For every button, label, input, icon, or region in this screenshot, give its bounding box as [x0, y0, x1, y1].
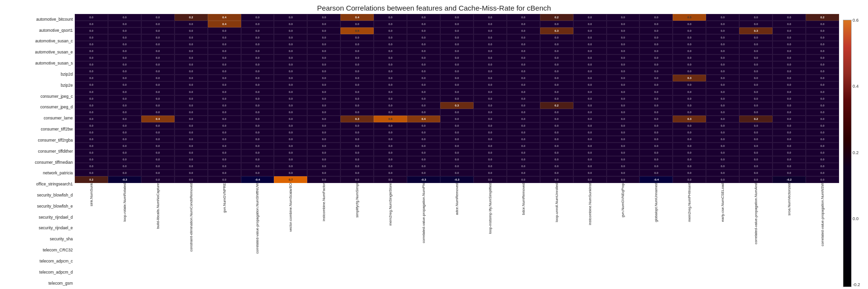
heatmap-cell: 0.0 [639, 156, 673, 163]
heatmap-row: 0.00.00.00.00.00.00.00.00.00.00.00.00.00… [75, 95, 839, 102]
heatmap-cell: 0.0 [374, 143, 407, 149]
heatmap-cell: 0.0 [274, 54, 307, 61]
heatmap-cell: 0.0 [141, 27, 175, 34]
heatmap-cell: 0.0 [474, 27, 507, 34]
x-label: correlated-value-propagation.NumPhi [421, 183, 426, 243]
heatmap-cell: 0.0 [241, 48, 274, 54]
heatmap-cell: 0.0 [673, 95, 706, 102]
heatmap-cell: 0.0 [141, 14, 175, 21]
heatmap-cell: 0.0 [407, 136, 440, 143]
heatmap-cell: 0.0 [208, 89, 241, 95]
heatmap-cell: 0.0 [274, 34, 307, 41]
heatmap-cell: 0.0 [773, 41, 806, 48]
y-label: bzip2d [3, 72, 73, 77]
heatmap-cell: 0.0 [607, 75, 640, 81]
heatmap-cell: 0.0 [474, 68, 507, 75]
heatmap-cell: 0.0 [639, 143, 673, 149]
y-label: consumer_tiff2rgba [3, 138, 73, 143]
heatmap-cell: 0.0 [175, 27, 208, 34]
heatmap-cell: 0.0 [540, 170, 573, 176]
y-label: consumer_jpeg_c [3, 94, 73, 99]
heatmap-cell: 0.0 [573, 116, 607, 122]
heatmap-cell: 0.0 [507, 116, 540, 122]
heatmap-cell: 0.0 [706, 176, 739, 183]
heatmap-cell: 0.0 [241, 41, 274, 48]
heatmap-grid: 0.00.00.00.20.40.00.00.00.40.00.00.00.00… [75, 14, 839, 183]
y-label: consumer_jpeg_d [3, 105, 73, 109]
heatmap-cell: 0.0 [639, 129, 673, 136]
heatmap-cell: 0.0 [307, 54, 340, 61]
heatmap-cell: 0.2 [739, 116, 773, 122]
heatmap-cell: 0.0 [175, 102, 208, 109]
heatmap-cell: 0.0 [540, 116, 573, 122]
heatmap-cell: 0.0 [607, 102, 640, 109]
heatmap-cell: 0.0 [639, 14, 673, 21]
x-label: sink.NumSunk [89, 183, 94, 206]
y-label: telecom_adpcm_d [3, 270, 73, 275]
heatmap-cell: 0.0 [639, 109, 673, 116]
y-label: consumer_lame [3, 116, 73, 120]
heatmap-cell: 0.0 [108, 109, 141, 116]
heatmap-cell: 0.0 [374, 102, 407, 109]
heatmap-cell: 0.0 [806, 149, 839, 156]
y-label: telecom_adpcm_c [3, 259, 73, 263]
heatmap-cell: 0.0 [440, 149, 474, 156]
heatmap-cell: 0.0 [175, 34, 208, 41]
heatmap-cell: 0.0 [507, 170, 540, 176]
heatmap-cell: 0.0 [739, 122, 773, 129]
heatmap-cell: 0.0 [806, 156, 839, 163]
heatmap-cell: 0.0 [108, 102, 141, 109]
heatmap-cell: 0.0 [440, 89, 474, 95]
heatmap-cell: 0.0 [108, 14, 141, 21]
heatmap-cell: 0.0 [108, 170, 141, 176]
heatmap-cell: 0.4 [208, 21, 241, 27]
heatmap-cell: 0.0 [340, 109, 374, 116]
heatmap-cell: 0.0 [374, 41, 407, 48]
heatmap-cell: 0.0 [175, 143, 208, 149]
heatmap-cell: 0.0 [175, 41, 208, 48]
heatmap-cell: 0.0 [673, 21, 706, 27]
heatmap-cell: 0.0 [706, 48, 739, 54]
heatmap-cell: 0.0 [706, 81, 739, 88]
heatmap-cell: 0.0 [108, 129, 141, 136]
x-label: instcombine.NumFactor [322, 183, 326, 221]
heatmap-cell: 0.0 [340, 149, 374, 156]
heatmap-cell: 0.0 [706, 41, 739, 48]
heatmap-cell: 0.0 [274, 109, 307, 116]
heatmap-cell: 0.0 [739, 102, 773, 109]
heatmap-cell: 0.0 [440, 95, 474, 102]
heatmap-cell: 0.0 [141, 41, 175, 48]
heatmap-cell: 0.0 [307, 95, 340, 102]
heatmap-cell: 0.0 [407, 149, 440, 156]
heatmap-and-colorbar: 0.00.00.00.20.40.00.00.00.40.00.00.00.00… [75, 14, 868, 289]
heatmap-cell: 0.0 [75, 163, 108, 170]
heatmap-cell: 0.0 [340, 170, 374, 176]
heatmap-cell: 0.0 [274, 81, 307, 88]
heatmap-cell: 0.0 [374, 21, 407, 27]
heatmap-cell: 0.0 [274, 14, 307, 21]
x-label-wrapper: loop-instsimp lify.NumSimplified [474, 183, 507, 289]
heatmap-cell: 0.0 [241, 163, 274, 170]
heatmap-cell: 0.0 [540, 81, 573, 88]
heatmap-row: 0.00.00.00.00.00.00.00.00.00.00.00.00.00… [75, 122, 839, 129]
heatmap-cell: 0.0 [706, 116, 739, 122]
x-label: vector-combine.NumScalarBO [288, 183, 293, 232]
heatmap-cell: 0.0 [540, 34, 573, 41]
heatmap-cell: 0.0 [175, 156, 208, 163]
heatmap-cell: 0.0 [607, 27, 640, 34]
heatmap-cell: 0.0 [307, 109, 340, 116]
heatmap-cell: 0.0 [739, 156, 773, 163]
heatmap-cell: 0.0 [241, 116, 274, 122]
heatmap-cell: 0.0 [607, 176, 640, 183]
heatmap-cell: 0.0 [739, 170, 773, 176]
heatmap-cell: 0.0 [673, 122, 706, 129]
heatmap-cell: 0.0 [374, 170, 407, 176]
heatmap-cell: 0.0 [440, 41, 474, 48]
heatmap-cell: 0.0 [773, 14, 806, 21]
heatmap-cell: 0.0 [706, 14, 739, 21]
x-label: instcombine.NumSunkInst [588, 183, 592, 225]
heatmap-cell: 0.0 [440, 48, 474, 54]
heatmap-cell: 0.0 [307, 21, 340, 27]
heatmap-cell: 0.0 [474, 81, 507, 88]
heatmap-cell: 0.0 [474, 48, 507, 54]
